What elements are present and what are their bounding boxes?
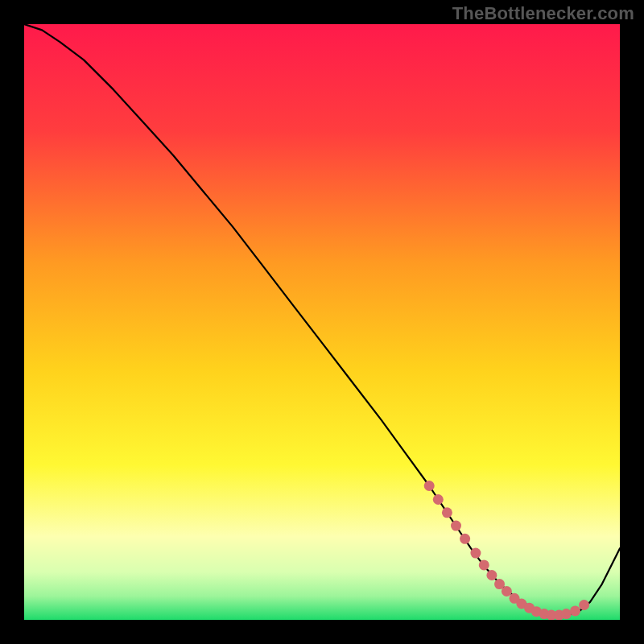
marker-dot xyxy=(433,494,444,505)
marker-dot xyxy=(424,481,435,491)
chart-frame: TheBottlenecker.com xyxy=(0,0,644,644)
marker-dot xyxy=(470,548,481,559)
attribution-text: TheBottlenecker.com xyxy=(452,3,634,24)
marker-dot xyxy=(442,507,452,518)
marker-dot xyxy=(460,534,470,544)
marker-dot xyxy=(486,570,497,580)
marker-dot xyxy=(579,600,589,610)
gradient-background xyxy=(24,24,620,620)
chart-svg xyxy=(24,24,620,620)
marker-dot xyxy=(451,521,461,531)
marker-dot xyxy=(561,609,572,619)
marker-dot xyxy=(502,586,512,597)
marker-dot xyxy=(479,559,489,570)
plot-area xyxy=(24,24,620,620)
marker-dot xyxy=(570,605,580,616)
